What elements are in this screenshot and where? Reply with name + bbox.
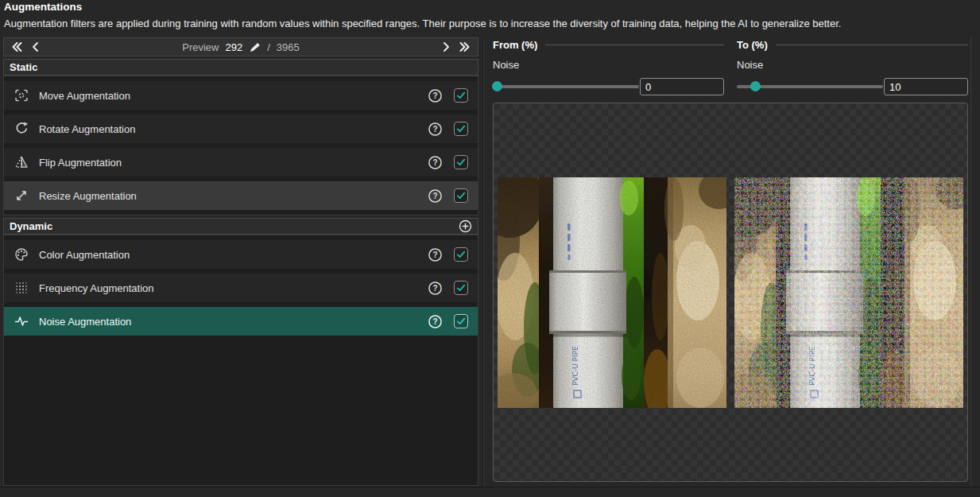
plus-circle-icon — [459, 219, 472, 233]
svg-text:?: ? — [432, 284, 437, 293]
preview-current-number: 292 — [226, 41, 243, 53]
first-preview-button[interactable] — [10, 41, 24, 53]
row-rotate-augmentation[interactable]: Rotate Augmentation ? — [4, 115, 478, 143]
enabled-checkbox[interactable] — [454, 281, 468, 295]
svg-text:?: ? — [432, 317, 437, 326]
help-icon[interactable]: ? — [428, 247, 443, 262]
resize-icon — [14, 188, 29, 204]
svg-text:?: ? — [432, 158, 437, 167]
check-icon — [455, 249, 467, 260]
help-icon[interactable]: ? — [428, 281, 443, 296]
enabled-checkbox[interactable] — [454, 314, 468, 328]
svg-text:?: ? — [432, 250, 437, 259]
row-label: Move Augmentation — [39, 90, 130, 102]
row-frequency-augmentation[interactable]: Frequency Augmentation ? — [4, 274, 478, 302]
enabled-checkbox[interactable] — [454, 188, 468, 203]
next-preview-button[interactable] — [441, 41, 451, 53]
bottom-edge-line — [0, 487, 980, 487]
add-augmentation-button[interactable] — [459, 219, 472, 233]
dynamic-section-header: Dynamic — [3, 218, 478, 235]
chevron-left-icon — [30, 41, 41, 53]
preview-navbar: Preview 292 / 3965 — [3, 37, 478, 56]
rotate-icon — [14, 121, 29, 137]
page-subtitle: Augmentation filters are applied during … — [4, 17, 841, 29]
original-image — [498, 177, 726, 408]
check-icon — [455, 90, 467, 101]
right-edge-line — [970, 37, 971, 487]
row-flip-augmentation[interactable]: Flip Augmentation ? — [4, 148, 478, 177]
noise-augmented-image — [734, 177, 963, 408]
dot-grid-icon — [14, 280, 29, 296]
enabled-checkbox[interactable] — [454, 155, 468, 169]
augmentation-list-panel: Preview 292 / 3965 — [3, 37, 478, 487]
chevron-right-icon — [441, 41, 451, 53]
row-label: Rotate Augmentation — [39, 123, 135, 135]
to-column: To (%) Noise — [737, 37, 968, 95]
check-icon — [455, 123, 467, 134]
check-icon — [455, 157, 467, 168]
row-label: Color Augmentation — [39, 249, 130, 261]
page-title: Augmentations — [4, 1, 82, 13]
augmentations-screen: Augmentations Augmentation filters are a… — [0, 0, 980, 497]
row-label: Resize Augmentation — [39, 190, 137, 202]
enabled-checkbox[interactable] — [454, 122, 468, 136]
edit-pencil-icon — [249, 41, 261, 53]
from-noise-slider[interactable] — [493, 85, 639, 88]
panel-splitter-highlight — [483, 37, 484, 487]
dynamic-section-list: Color Augmentation ? — [3, 235, 478, 486]
check-icon — [455, 282, 467, 293]
header-rule — [776, 45, 968, 45]
header-rule — [545, 45, 724, 45]
row-label: Flip Augmentation — [39, 157, 122, 169]
row-color-augmentation[interactable]: Color Augmentation ? — [4, 240, 478, 269]
dynamic-section-title: Dynamic — [10, 220, 52, 232]
check-icon — [455, 190, 467, 201]
preview-divider: / — [267, 41, 270, 53]
to-noise-input[interactable] — [884, 78, 968, 95]
help-icon[interactable]: ? — [428, 314, 443, 329]
edit-preview-number-button[interactable] — [249, 41, 261, 53]
to-noise-label: Noise — [737, 59, 968, 71]
svg-text:?: ? — [432, 192, 437, 200]
row-label: Frequency Augmentation — [39, 282, 154, 294]
static-section-title: Static — [10, 61, 37, 73]
enabled-checkbox[interactable] — [454, 247, 468, 262]
static-section-header: Static — [3, 59, 478, 76]
row-noise-augmentation[interactable]: Noise Augmentation ? — [4, 307, 478, 336]
help-icon[interactable]: ? — [428, 188, 443, 204]
from-column: From (%) Noise — [493, 37, 724, 95]
to-noise-slider[interactable] — [737, 85, 883, 88]
waveform-icon — [14, 313, 29, 329]
double-chevron-right-icon — [458, 41, 471, 53]
flip-icon — [14, 154, 29, 170]
from-noise-input[interactable] — [640, 78, 724, 95]
static-section-list: Move Augmentation ? — [3, 76, 478, 215]
preview-counter: Preview 292 / 3965 — [41, 41, 441, 53]
preview-total-number: 3965 — [277, 41, 300, 53]
row-move-augmentation[interactable]: Move Augmentation ? — [4, 81, 478, 110]
preview-canvas — [493, 103, 968, 482]
from-header: From (%) — [493, 39, 537, 51]
slider-handle[interactable] — [750, 81, 761, 91]
move-icon — [14, 87, 29, 103]
noise-settings-panel: From (%) Noise To (%) Noise — [493, 37, 968, 482]
svg-text:?: ? — [432, 91, 437, 100]
help-icon[interactable]: ? — [428, 122, 443, 137]
row-label: Noise Augmentation — [39, 316, 131, 328]
help-icon[interactable]: ? — [428, 88, 443, 103]
last-preview-button[interactable] — [458, 41, 471, 53]
enabled-checkbox[interactable] — [454, 88, 468, 103]
preview-label: Preview — [182, 41, 219, 53]
svg-text:?: ? — [432, 125, 437, 134]
check-icon — [455, 316, 467, 327]
previous-preview-button[interactable] — [30, 41, 41, 53]
help-icon[interactable]: ? — [428, 155, 443, 170]
to-header: To (%) — [737, 39, 768, 51]
row-resize-augmentation[interactable]: Resize Augmentation ? — [4, 181, 478, 210]
from-noise-label: Noise — [493, 59, 724, 71]
palette-icon — [14, 247, 29, 262]
slider-handle[interactable] — [492, 81, 502, 91]
double-chevron-left-icon — [10, 41, 24, 53]
